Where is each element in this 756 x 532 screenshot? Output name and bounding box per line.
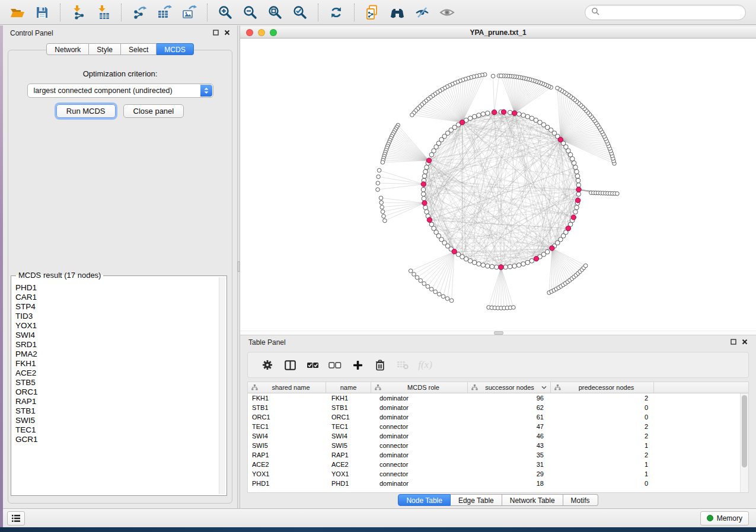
result-node-item[interactable]: STB5 — [15, 378, 216, 387]
save-session-icon[interactable] — [32, 3, 52, 22]
tab-edge-table[interactable]: Edge Table — [451, 494, 502, 506]
table-cell: TEC1 — [248, 423, 326, 430]
table-cell: connector — [371, 461, 468, 468]
tab-style[interactable]: Style — [89, 43, 121, 55]
table-scrollbar[interactable] — [740, 393, 748, 492]
delete-column-icon[interactable] — [373, 358, 387, 372]
table-cell: connector — [371, 423, 468, 430]
table-row[interactable]: RAP1RAP1dominator352 — [248, 450, 740, 460]
select-all-icon[interactable] — [305, 358, 320, 372]
add-column-icon[interactable] — [350, 358, 365, 372]
settings-gear-icon[interactable] — [260, 358, 275, 372]
tab-motifs[interactable]: Motifs — [563, 494, 598, 506]
table-row[interactable]: ACE2ACE2connector311 — [248, 460, 740, 469]
table-row[interactable]: SWI5SWI5connector431 — [248, 441, 740, 450]
result-scrollbar[interactable] — [219, 277, 225, 494]
tab-select[interactable]: Select — [121, 43, 157, 55]
export-network-icon[interactable] — [129, 3, 149, 22]
split-panel-icon[interactable] — [283, 358, 297, 372]
result-node-item[interactable]: STB1 — [15, 406, 216, 416]
network-graph[interactable] — [240, 39, 756, 331]
result-node-item[interactable]: CAR1 — [15, 293, 216, 302]
export-image-icon[interactable] — [179, 3, 199, 22]
result-node-item[interactable]: SWI4 — [15, 331, 216, 340]
result-node-item[interactable]: ACE2 — [15, 368, 216, 378]
import-network-icon[interactable] — [68, 3, 88, 22]
close-panel-icon[interactable] — [224, 29, 230, 37]
first-neighbors-icon[interactable] — [387, 3, 407, 22]
search-input[interactable] — [603, 8, 739, 17]
tab-mcds[interactable]: MCDS — [157, 43, 193, 55]
close-panel-button[interactable]: Close panel — [123, 104, 184, 118]
right-column: YPA_prune.txt_1 Table Panel f(x) shar — [240, 25, 756, 508]
close-panel-icon[interactable] — [742, 338, 748, 347]
table-row[interactable]: YOX1YOX1connector291 — [248, 469, 740, 479]
result-node-item[interactable]: ORC1 — [15, 387, 216, 397]
export-table-icon[interactable] — [154, 3, 174, 22]
zoom-fit-icon[interactable] — [265, 3, 285, 22]
refresh-layout-icon[interactable] — [326, 3, 346, 22]
delete-table-icon[interactable] — [395, 358, 410, 372]
column-header-predecessor-nodes[interactable]: predecessor nodes — [551, 382, 654, 393]
clone-network-icon[interactable] — [362, 3, 382, 22]
result-node-item[interactable]: PHD1 — [15, 283, 216, 293]
result-node-item[interactable]: FKH1 — [15, 359, 216, 368]
tab-network-table[interactable]: Network Table — [502, 494, 563, 506]
result-node-item[interactable]: RAP1 — [15, 397, 216, 406]
scrollbar-thumb[interactable] — [742, 395, 747, 467]
hide-selected-icon[interactable] — [412, 3, 432, 22]
desktop-background — [0, 527, 756, 532]
table-row[interactable]: TEC1TEC1connector472 — [248, 422, 740, 431]
toolbar-separator — [354, 4, 355, 21]
tab-network[interactable]: Network — [46, 43, 89, 55]
task-history-button[interactable] — [7, 511, 25, 525]
result-node-item[interactable]: TID3 — [15, 312, 216, 321]
table-cell: SWI5 — [326, 442, 371, 449]
table-row[interactable]: SWI4SWI4dominator462 — [248, 431, 740, 441]
column-header-empty — [654, 382, 748, 393]
column-header-name[interactable]: name — [326, 382, 371, 393]
column-header-shared-name[interactable]: shared name — [248, 382, 326, 393]
zoom-out-icon[interactable] — [240, 3, 260, 22]
result-node-item[interactable]: SWI5 — [15, 416, 216, 425]
table-cell: ACE2 — [326, 461, 371, 468]
result-node-item[interactable]: SRD1 — [15, 340, 216, 350]
optimization-select[interactable]: largest connected component (undirected) — [27, 84, 213, 98]
result-node-item[interactable]: TEC1 — [15, 425, 216, 435]
zoom-selected-icon[interactable] — [290, 3, 310, 22]
result-node-item[interactable]: PMA2 — [15, 350, 216, 359]
float-panel-icon[interactable] — [213, 29, 219, 37]
toolbar-separator — [318, 4, 318, 21]
result-node-item[interactable]: GCR1 — [15, 435, 216, 444]
table-cell: 18 — [468, 480, 551, 487]
table-cell: connector — [371, 442, 468, 449]
table-cell: SWI4 — [326, 432, 371, 440]
memory-button[interactable]: Memory — [700, 511, 749, 525]
table-row[interactable]: STB1STB1dominator620 — [248, 403, 740, 412]
column-header-MCDS-role[interactable]: MCDS role — [371, 382, 468, 393]
optimization-label: Optimization criterion: — [8, 69, 232, 78]
zoom-in-icon[interactable] — [215, 3, 235, 22]
show-all-icon[interactable] — [437, 3, 457, 22]
table-row[interactable]: FKH1FKH1dominator962 — [248, 393, 740, 403]
import-table-icon[interactable] — [93, 3, 113, 22]
result-node-item[interactable]: YOX1 — [15, 321, 216, 331]
column-header-successor-nodes[interactable]: successor nodes — [468, 382, 551, 393]
float-panel-icon[interactable] — [731, 338, 736, 347]
table-row[interactable]: ORC1ORC1dominator610 — [248, 412, 740, 422]
open-folder-icon[interactable] — [7, 3, 27, 22]
run-mcds-button[interactable]: Run MCDS — [56, 104, 116, 118]
deselect-all-icon[interactable] — [328, 358, 342, 372]
sort-desc-icon — [541, 386, 547, 389]
table-row[interactable]: PHD1PHD1dominator180 — [248, 479, 740, 488]
network-canvas[interactable] — [240, 39, 756, 331]
function-builder-icon[interactable]: f(x) — [418, 358, 432, 372]
table-tabs-row: Node TableEdge TableNetwork TableMotifs — [240, 494, 756, 506]
tab-node-table[interactable]: Node Table — [398, 494, 451, 506]
table-cell: dominator — [371, 451, 468, 459]
application-window: Control Panel NetworkStyleSelectMCDS Opt… — [0, 0, 756, 532]
table-cell: SWI5 — [248, 442, 326, 449]
result-node-item[interactable]: STP4 — [15, 302, 216, 312]
control-panel: Control Panel NetworkStyleSelectMCDS Opt… — [3, 25, 237, 508]
search-box[interactable] — [585, 5, 746, 20]
